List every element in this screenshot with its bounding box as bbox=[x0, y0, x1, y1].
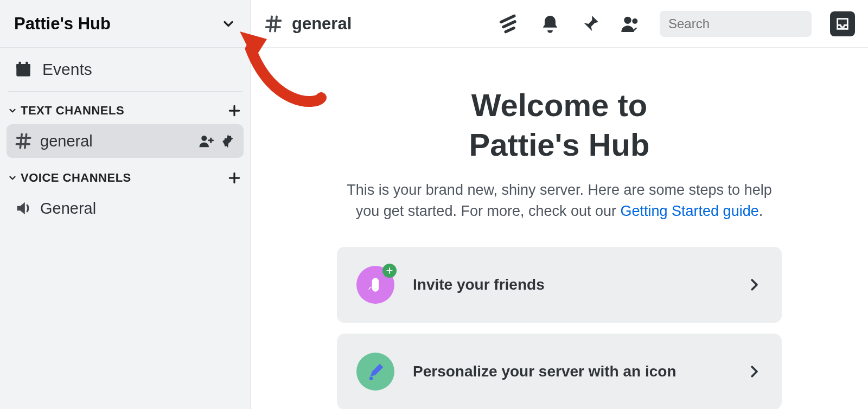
chevron-down-icon bbox=[8, 173, 17, 183]
section-voice-channels: VOICE CHANNELS General bbox=[0, 159, 250, 226]
section-title: VOICE CHANNELS bbox=[21, 171, 131, 185]
welcome-title-line1: Welcome to bbox=[471, 87, 647, 123]
search-box[interactable] bbox=[660, 11, 812, 37]
channel-title: general bbox=[292, 14, 352, 34]
welcome-sub-suffix: . bbox=[759, 203, 763, 219]
chevron-down-icon bbox=[8, 106, 17, 116]
hash-icon bbox=[264, 14, 283, 34]
channel-actions bbox=[198, 133, 236, 149]
getting-started-link[interactable]: Getting Started guide bbox=[621, 203, 759, 219]
content: Welcome to Pattie's Hub This is your bra… bbox=[251, 48, 868, 409]
server-header[interactable]: Pattie's Hub bbox=[0, 0, 250, 48]
svg-point-4 bbox=[201, 136, 207, 141]
search-input[interactable] bbox=[668, 16, 831, 31]
section-text-channels: TEXT CHANNELS general bbox=[0, 92, 250, 159]
threads-icon[interactable] bbox=[499, 13, 521, 35]
add-channel-icon[interactable] bbox=[227, 171, 241, 185]
topbar-channel: general bbox=[264, 14, 352, 34]
add-channel-icon[interactable] bbox=[227, 104, 241, 118]
channel-name: general bbox=[40, 132, 190, 150]
svg-rect-3 bbox=[25, 62, 28, 66]
inbox-icon bbox=[835, 16, 850, 31]
speaker-icon bbox=[14, 199, 33, 218]
server-name: Pattie's Hub bbox=[14, 14, 111, 34]
welcome-title-line2: Pattie's Hub bbox=[469, 127, 650, 162]
inbox-button[interactable] bbox=[830, 11, 855, 36]
members-icon[interactable] bbox=[620, 13, 641, 35]
events-label: Events bbox=[42, 60, 92, 79]
voice-channel-general[interactable]: General bbox=[7, 191, 244, 225]
onboarding-cards: Invite your friends Personalize your ser… bbox=[337, 247, 782, 409]
section-header-text[interactable]: TEXT CHANNELS bbox=[5, 104, 245, 123]
welcome-title: Welcome to Pattie's Hub bbox=[337, 86, 782, 164]
sidebar: Pattie's Hub Events TEXT CHANNELS genera… bbox=[0, 0, 251, 409]
invite-icon[interactable] bbox=[198, 133, 214, 149]
section-header-voice[interactable]: VOICE CHANNELS bbox=[5, 171, 245, 190]
channel-name: General bbox=[40, 200, 236, 218]
svg-rect-2 bbox=[19, 62, 21, 66]
chevron-right-icon bbox=[746, 277, 762, 293]
main: general Welcome to Pattie's Hub This is … bbox=[251, 0, 868, 409]
card-icon-wave bbox=[356, 266, 394, 304]
events-button[interactable]: Events bbox=[0, 48, 250, 91]
topbar: general bbox=[251, 0, 868, 48]
card-icon-brush bbox=[356, 353, 394, 391]
section-title: TEXT CHANNELS bbox=[21, 104, 124, 118]
channel-general[interactable]: general bbox=[7, 124, 244, 158]
gear-icon[interactable] bbox=[220, 133, 236, 149]
brush-icon bbox=[365, 361, 386, 382]
card-invite-friends[interactable]: Invite your friends bbox=[337, 247, 782, 323]
hash-icon bbox=[14, 132, 33, 150]
wave-icon bbox=[365, 274, 386, 295]
plus-icon bbox=[385, 266, 394, 275]
calendar-icon bbox=[14, 60, 33, 79]
svg-point-7 bbox=[624, 16, 631, 23]
card-personalize-server[interactable]: Personalize your server with an icon bbox=[337, 334, 782, 409]
svg-rect-1 bbox=[16, 64, 30, 68]
topbar-actions bbox=[499, 11, 855, 37]
bell-icon[interactable] bbox=[539, 13, 561, 35]
badge-plus bbox=[382, 264, 397, 278]
card-label: Invite your friends bbox=[413, 276, 727, 293]
chevron-down-icon bbox=[221, 16, 236, 31]
welcome-subtitle: This is your brand new, shiny server. He… bbox=[337, 180, 782, 222]
svg-point-8 bbox=[632, 18, 637, 24]
chevron-right-icon bbox=[746, 363, 762, 380]
svg-point-10 bbox=[369, 377, 373, 380]
card-label: Personalize your server with an icon bbox=[413, 363, 727, 380]
pin-icon[interactable] bbox=[579, 13, 601, 35]
